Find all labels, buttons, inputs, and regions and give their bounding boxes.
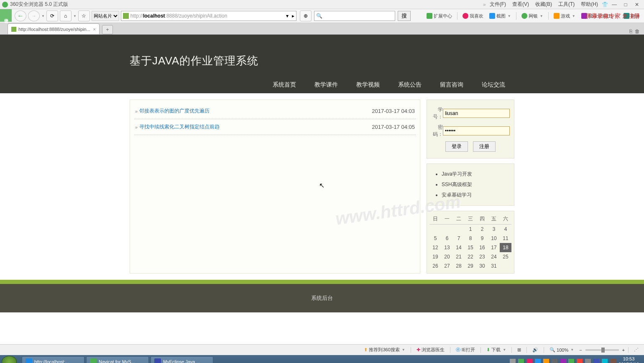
clock[interactable]: 10:53 2017/3/18 — [618, 356, 639, 363]
cal-day[interactable]: 30 — [476, 261, 488, 271]
link-item[interactable]: 安卓基础学习 — [442, 190, 506, 200]
shield-button[interactable]: ⊕ — [300, 10, 312, 21]
username-input[interactable] — [443, 109, 510, 118]
download-button[interactable]: ⬇下载▼ — [484, 347, 508, 353]
nav-home[interactable]: 系统首页 — [263, 79, 305, 91]
cal-day[interactable]: 16 — [476, 243, 488, 252]
cal-day[interactable]: 21 — [453, 252, 465, 261]
menu-file[interactable]: 文件(F) — [487, 0, 509, 9]
cal-day[interactable]: 15 — [465, 243, 476, 252]
password-input[interactable] — [443, 126, 510, 135]
tray-icon[interactable] — [610, 359, 616, 363]
nav-video[interactable]: 教学视频 — [347, 79, 389, 91]
url-dropdown-icon[interactable]: ▾ — [284, 13, 290, 19]
tray-icon[interactable] — [602, 359, 608, 363]
cal-day[interactable]: 6 — [441, 234, 453, 243]
cal-day[interactable]: 17 — [488, 243, 500, 252]
url-go-icon[interactable]: ▸ — [292, 13, 294, 19]
cal-day[interactable]: 8 — [465, 234, 476, 243]
new-tab-button[interactable]: + — [102, 25, 113, 34]
cal-day[interactable]: 12 — [429, 243, 441, 252]
site-card-dropdown[interactable]: 网站名片 — [92, 11, 119, 21]
cal-day[interactable]: 26 — [429, 261, 441, 271]
cal-day[interactable]: 2 — [476, 225, 488, 234]
zoom-slider[interactable] — [585, 349, 619, 351]
cal-day[interactable]: 24 — [488, 252, 500, 261]
cal-day[interactable]: 22 — [465, 252, 476, 261]
forward-button[interactable]: → — [28, 10, 40, 21]
cal-day[interactable]: 3 — [488, 225, 500, 234]
popup-icon[interactable]: ⊞ — [515, 347, 523, 353]
tray-icon[interactable] — [543, 359, 549, 363]
cal-day[interactable]: 20 — [441, 252, 453, 261]
search-input[interactable] — [322, 13, 393, 19]
zoom-in-icon[interactable]: + — [622, 348, 625, 353]
search-bar[interactable]: 🔍 — [314, 11, 395, 21]
like-link[interactable]: 我喜欢 — [460, 13, 486, 19]
cal-day[interactable]: 4 — [500, 225, 511, 234]
more-icon[interactable]: » — [483, 2, 486, 8]
cal-day[interactable]: 18 — [500, 243, 511, 252]
tab-overview-icon[interactable]: ⎘ — [629, 28, 632, 34]
cal-day[interactable]: 14 — [453, 243, 465, 252]
cal-day[interactable]: 28 — [453, 261, 465, 271]
zoom-out-icon[interactable]: − — [579, 348, 582, 353]
cal-day[interactable]: 31 — [488, 261, 500, 271]
cal-day[interactable]: 27 — [441, 261, 453, 271]
cal-day[interactable]: 7 — [453, 234, 465, 243]
cal-day[interactable]: 19 — [429, 252, 441, 261]
start-button[interactable] — [2, 356, 17, 363]
home-dropdown-icon[interactable]: ▼ — [73, 14, 77, 18]
tab-trash-icon[interactable]: 🗑 — [635, 28, 640, 34]
nav-courseware[interactable]: 教学课件 — [305, 79, 347, 91]
sound-icon[interactable]: 🔊 — [530, 347, 540, 353]
taskbar-item-navicat[interactable]: Navicat for MyS... — [86, 356, 149, 363]
nav-forum[interactable]: 论坛交流 — [473, 79, 514, 91]
tray-icon[interactable] — [526, 359, 532, 363]
cal-day[interactable]: 13 — [441, 243, 453, 252]
login-sidebar-button[interactable]: 请登录 — [0, 9, 12, 22]
tray-icon[interactable] — [552, 359, 557, 363]
link-item[interactable]: Java学习开发 — [442, 169, 506, 179]
browser-tab[interactable]: http://localhost:8888/zuoye/shipin... × — [8, 23, 100, 34]
cal-day[interactable]: 1 — [465, 225, 476, 234]
games-link[interactable]: 游戏▼ — [552, 13, 578, 19]
skin-icon[interactable]: 👕 — [602, 2, 608, 8]
ie-open-button[interactable]: ⓔIE打开 — [454, 347, 477, 353]
favorite-star-button[interactable]: ☆ — [78, 10, 90, 21]
extension-center-link[interactable]: 扩展中心 — [424, 13, 454, 19]
menu-help[interactable]: 帮助(H) — [578, 0, 601, 9]
tray-icon[interactable] — [585, 359, 591, 363]
doctor-button[interactable]: ✚浏览器医生 — [414, 347, 447, 353]
footer-link[interactable]: 系统后台 — [311, 295, 333, 301]
back-button[interactable]: ← — [15, 10, 26, 21]
login-button[interactable]: 登录 — [445, 141, 468, 152]
translate-link[interactable]: 翻译 — [621, 13, 642, 19]
minimize-button[interactable]: — — [609, 1, 619, 8]
cal-day[interactable]: 5 — [429, 234, 441, 243]
tray-icon[interactable] — [535, 359, 541, 363]
menu-view[interactable]: 查看(V) — [510, 0, 532, 9]
taskbar-item-myeclipse[interactable]: MyEclipse Java ... — [151, 356, 213, 363]
resize-grip-icon[interactable]: ⋰ — [632, 347, 641, 353]
nav-notice[interactable]: 系统公告 — [389, 79, 431, 91]
cal-day[interactable]: 10 — [488, 234, 500, 243]
screenshot-link[interactable]: 截图▼ — [487, 13, 513, 19]
zoom-control[interactable]: 🔍100%▼ — [547, 347, 576, 353]
nav-message[interactable]: 留言咨询 — [431, 79, 473, 91]
article-link[interactable]: 邻接表表示的图的广度优先遍历 — [139, 107, 210, 115]
close-button[interactable]: ✕ — [632, 1, 642, 8]
link-item[interactable]: SSH高级框架 — [442, 179, 506, 190]
cal-day[interactable]: 25 — [500, 252, 511, 261]
address-bar[interactable]: http://localhost:8888/zuoye/shipinAll.ac… — [121, 11, 296, 21]
tray-icon[interactable] — [577, 359, 583, 363]
search-button[interactable]: 搜 — [398, 11, 411, 21]
cal-day[interactable]: 29 — [465, 261, 476, 271]
tray-icon[interactable] — [560, 359, 566, 363]
login-manager-link[interactable]: 登录管家(1)▼ — [579, 13, 620, 19]
tray-icon[interactable] — [568, 359, 574, 363]
maximize-button[interactable]: □ — [621, 1, 631, 8]
cal-day[interactable]: 9 — [476, 234, 488, 243]
bank-link[interactable]: 网银▼ — [519, 13, 545, 19]
tray-icon[interactable] — [593, 359, 599, 363]
